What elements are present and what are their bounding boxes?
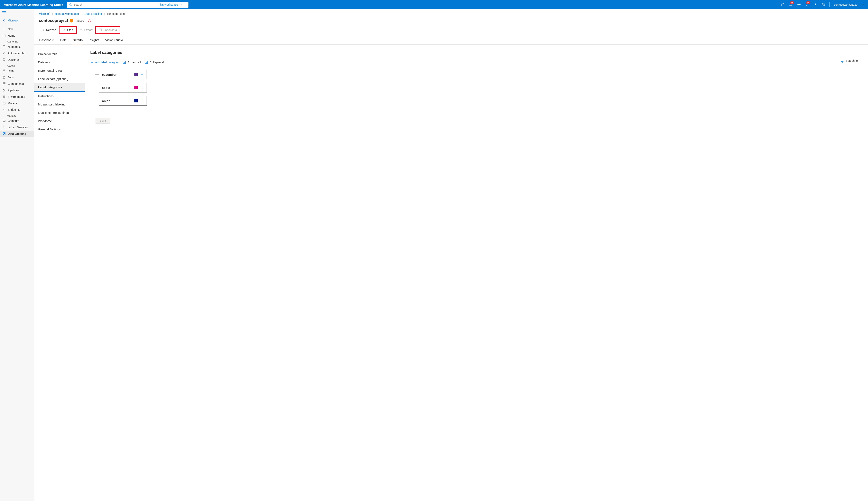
subnav-project-details[interactable]: Project details [34, 50, 85, 58]
subnav-general-settings[interactable]: General Settings [34, 125, 85, 134]
label-name: apple [102, 86, 110, 89]
nav-jobs[interactable]: Jobs [0, 74, 34, 81]
tabs: Dashboard Data Details Insights Vision S… [34, 36, 868, 44]
add-child-button[interactable]: ＋ [140, 72, 144, 77]
collapse-all-button[interactable]: Collapse all [145, 61, 164, 64]
collapse-icon [145, 61, 148, 64]
nav-endpoints[interactable]: Endpoints [0, 106, 34, 113]
notifications-badge: 23 [790, 1, 794, 4]
breadcrumb-workspace[interactable]: contosoworkspace [55, 12, 79, 15]
svg-point-7 [824, 4, 824, 4]
nav-designer[interactable]: Designer [0, 56, 34, 63]
status-text: Paused [75, 19, 84, 22]
subnav-datasets[interactable]: Datasets [34, 58, 85, 66]
star-icon [88, 19, 91, 22]
nav-linked-services[interactable]: Linked Services [0, 124, 34, 130]
tab-insights[interactable]: Insights [88, 37, 99, 44]
subnav-incremental-refresh[interactable]: Incremental refresh [34, 66, 85, 75]
notebook-icon [2, 45, 6, 49]
clock-icon [781, 3, 785, 7]
page-title: contosoproject [39, 18, 68, 23]
nav-components[interactable]: Components [0, 81, 34, 87]
label-row: onion ＋ [95, 96, 862, 106]
label-tree: cucumber ＋ apple [95, 70, 862, 106]
tab-vision-studio[interactable]: Vision Studio [105, 37, 123, 44]
svg-rect-21 [4, 83, 5, 84]
global-search[interactable]: This workspace [67, 2, 189, 8]
label-row: apple ＋ [95, 83, 862, 93]
chevron-down-icon [179, 3, 182, 6]
plus-icon [90, 61, 94, 64]
subnav-instructions[interactable]: Instructions [34, 92, 85, 100]
compute-icon [2, 119, 6, 122]
tab-data[interactable]: Data [60, 37, 67, 44]
section-manage: Manage [0, 113, 34, 118]
add-child-button[interactable]: ＋ [140, 98, 144, 103]
subnav-quality-control[interactable]: Quality control settings [34, 108, 85, 117]
subnav-ml-assisted[interactable]: ML assisted labeling [34, 100, 85, 108]
start-button[interactable]: Start [60, 27, 76, 33]
nav-models[interactable]: Models [0, 100, 34, 106]
notifications-button[interactable]: 23 [787, 0, 795, 9]
label-search[interactable]: Search to ... [838, 58, 862, 67]
automl-icon [2, 52, 6, 55]
tab-details[interactable]: Details [72, 37, 83, 44]
refresh-button[interactable]: Refresh [39, 27, 58, 33]
add-label-category-button[interactable]: Add label category [90, 61, 119, 64]
favorite-button[interactable] [88, 19, 91, 22]
label-card[interactable]: cucumber ＋ [99, 70, 147, 79]
tab-dashboard[interactable]: Dashboard [39, 37, 54, 44]
page-header: contosoproject Paused [34, 17, 868, 25]
section-assets: Assets [0, 63, 34, 67]
home-icon [2, 34, 6, 37]
search-scope[interactable]: This workspace [156, 3, 186, 6]
settings-button[interactable] [795, 0, 803, 9]
nav-environments[interactable]: Environments [0, 94, 34, 100]
pipelines-icon [2, 89, 6, 92]
svg-point-0 [69, 4, 71, 6]
search-input[interactable] [74, 3, 156, 6]
subnav-workforce[interactable]: Workforce [34, 117, 85, 125]
label-card[interactable]: onion ＋ [99, 96, 147, 106]
breadcrumb-root[interactable]: Microsoft [39, 12, 51, 15]
nav-data-labeling[interactable]: Data Labeling [0, 130, 34, 137]
nav-home[interactable]: Home [0, 32, 34, 39]
topbar-icons: 23 14 contosoworkspace [779, 0, 868, 9]
workspace-picker[interactable]: contosoworkspace [832, 3, 867, 6]
expand-all-button[interactable]: Expand all [123, 61, 141, 64]
pause-status-icon [69, 19, 73, 22]
smiley-icon [822, 3, 825, 7]
breadcrumb-current: contosoproject [107, 12, 126, 15]
nav-automl[interactable]: Automated ML [0, 50, 34, 56]
nav-new[interactable]: New [0, 26, 34, 32]
label-card[interactable]: apple ＋ [99, 83, 147, 93]
nav-pipelines[interactable]: Pipelines [0, 87, 34, 94]
nav-compute[interactable]: Compute [0, 118, 34, 124]
help-button[interactable] [811, 0, 819, 9]
hamburger-button[interactable] [0, 9, 34, 17]
feedback-button[interactable] [819, 0, 827, 9]
directories-button[interactable]: 14 [803, 0, 811, 9]
svg-rect-28 [3, 120, 5, 121]
back-link[interactable]: Microsoft [0, 17, 34, 24]
nav-data[interactable]: Data [0, 67, 34, 74]
breadcrumb-sep: › [52, 12, 53, 15]
recent-button[interactable] [779, 0, 787, 9]
subnav-label-categories[interactable]: Label categories [34, 83, 85, 92]
layout: Microsoft New Home Authoring Notebooks A… [0, 9, 868, 501]
expand-icon [123, 61, 126, 64]
left-sidebar: Microsoft New Home Authoring Notebooks A… [0, 9, 34, 501]
details-body: Project details Datasets Incremental ref… [34, 44, 868, 135]
subnav-label-export[interactable]: Label export (optional) [34, 75, 85, 83]
breadcrumb-section[interactable]: Data Labeling [84, 12, 102, 15]
panel-heading: Label categories [90, 50, 862, 55]
svg-rect-22 [3, 84, 4, 85]
designer-icon [2, 58, 6, 61]
labeling-icon [2, 132, 6, 136]
add-child-button[interactable]: ＋ [140, 85, 144, 90]
svg-marker-32 [63, 29, 65, 31]
nav-notebooks[interactable]: Notebooks [0, 43, 34, 50]
search-wrap: This workspace [67, 2, 779, 8]
label-categories-toolbar: Add label category Expand all Collapse a… [90, 58, 862, 67]
tree-connector [95, 74, 99, 75]
